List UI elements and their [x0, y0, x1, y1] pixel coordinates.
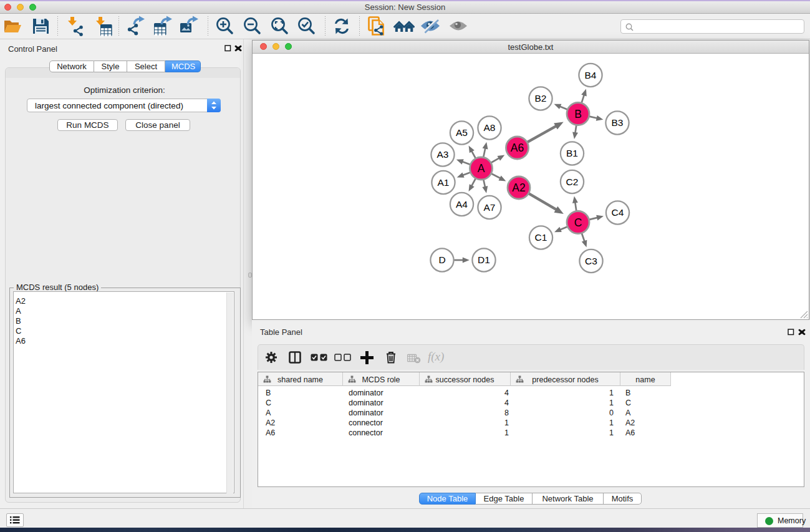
svg-text:D: D [438, 254, 445, 265]
svg-text:B: B [574, 108, 582, 120]
svg-text:D1: D1 [478, 254, 490, 265]
svg-text:B3: B3 [612, 117, 624, 128]
svg-text:A2: A2 [512, 181, 525, 194]
svg-text:B1: B1 [566, 148, 578, 158]
svg-text:A8: A8 [484, 122, 496, 133]
svg-text:B4: B4 [585, 70, 597, 80]
svg-text:A4: A4 [456, 199, 468, 210]
svg-text:f(x): f(x) [428, 351, 444, 364]
svg-text:C3: C3 [585, 256, 597, 266]
svg-text:B2: B2 [535, 93, 547, 104]
svg-text:C1: C1 [535, 232, 547, 243]
svg-text:A5: A5 [456, 127, 468, 138]
svg-text:A: A [478, 162, 485, 175]
svg-text:C2: C2 [566, 177, 579, 187]
svg-text:A3: A3 [437, 149, 449, 160]
svg-text:C4: C4 [612, 207, 624, 218]
svg-text:A7: A7 [484, 202, 496, 213]
svg-text:A1: A1 [438, 177, 450, 188]
svg-text:C: C [574, 216, 582, 229]
svg-text:A6: A6 [511, 142, 524, 154]
